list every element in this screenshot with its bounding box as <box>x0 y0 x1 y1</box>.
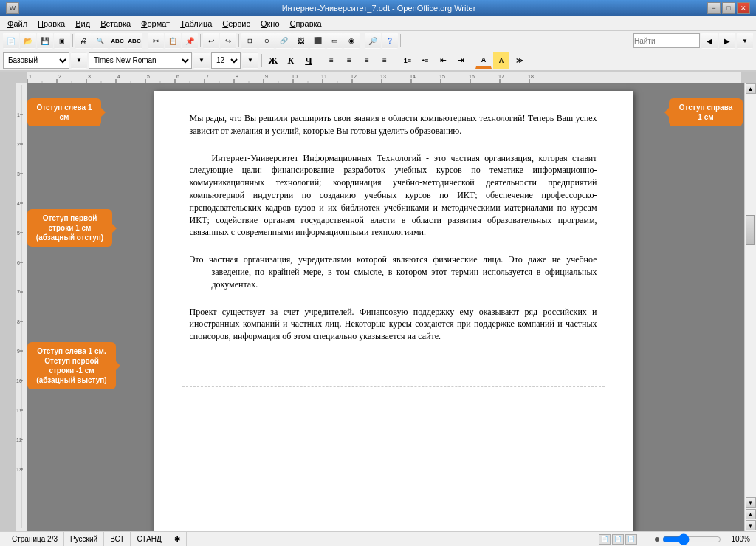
doc-btn2[interactable]: 📄 <box>612 534 624 545</box>
menu-service[interactable]: Сервис <box>218 18 255 29</box>
list-num-button[interactable]: 1≡ <box>399 52 416 69</box>
insert-button[interactable]: ⊕ <box>258 33 275 49</box>
scroll-up-button[interactable]: ▲ <box>746 83 756 94</box>
menu-table[interactable]: Таблица <box>176 18 216 29</box>
doc-buttons: 📄 📄 📄 <box>599 534 637 545</box>
preview-button[interactable]: 🔍 <box>92 33 109 49</box>
new-button[interactable]: 📄 <box>3 33 19 49</box>
cut-button[interactable]: ✂ <box>148 33 164 49</box>
style-dropdown-btn[interactable]: ▼ <box>71 52 87 69</box>
style-selector[interactable]: Базовый <box>3 52 69 69</box>
align-left-button[interactable]: ≡ <box>323 52 340 69</box>
save2-button[interactable]: ▣ <box>54 33 70 49</box>
font-selector[interactable]: Times New Roman <box>89 52 192 69</box>
bold-button[interactable]: Ж <box>265 52 281 69</box>
font-dropdown-btn[interactable]: ▼ <box>193 52 210 69</box>
menu-view[interactable]: Вид <box>71 18 94 29</box>
spell2-button[interactable]: ABC <box>126 33 142 49</box>
underline-button[interactable]: Ч <box>300 52 317 69</box>
indent-more-button[interactable]: ⇥ <box>453 52 469 69</box>
svg-text:10: 10 <box>292 74 298 79</box>
save-button[interactable]: 💾 <box>37 33 53 49</box>
redo-button[interactable]: ↪ <box>220 33 236 49</box>
align-justify-button[interactable]: ≡ <box>377 52 393 69</box>
print-button[interactable]: 🖨 <box>75 33 92 49</box>
minimize-button[interactable]: − <box>707 2 721 14</box>
menu-help[interactable]: Справка <box>286 18 326 29</box>
indent-less-button[interactable]: ⇤ <box>435 52 451 69</box>
draw-button[interactable]: ⬛ <box>309 33 326 49</box>
image-button[interactable]: 🖼 <box>292 33 309 49</box>
help-button[interactable]: ? <box>382 33 398 49</box>
find-button[interactable]: 🔎 <box>365 33 381 49</box>
svg-text:1: 1 <box>17 112 20 117</box>
list-bullet-button[interactable]: •≡ <box>417 52 433 69</box>
scroll-down-button[interactable]: ▼ <box>746 497 756 508</box>
undo-button[interactable]: ↩ <box>203 33 219 49</box>
search-input[interactable] <box>633 33 700 48</box>
align-right-button[interactable]: ≡ <box>359 52 375 69</box>
scroll-thumb[interactable] <box>746 215 755 245</box>
paste-button[interactable]: 📌 <box>182 33 198 49</box>
vertical-scrollbar[interactable]: ▲ ▼ ▲ ▼ <box>744 83 756 532</box>
svg-text:2: 2 <box>58 74 61 79</box>
svg-text:12: 12 <box>351 74 357 79</box>
svg-text:5: 5 <box>147 74 150 79</box>
copy-button[interactable]: 📋 <box>165 33 181 49</box>
svg-text:18: 18 <box>528 74 534 79</box>
status-bar: Страница 2/3 Русский ВСТ СТАНД ✱ 📄 📄 📄 −… <box>0 531 756 546</box>
status-lang: Русский <box>64 532 104 546</box>
zoom-in-button[interactable]: + <box>724 535 729 543</box>
more-button[interactable]: ≫ <box>511 52 527 69</box>
menu-edit[interactable]: Правка <box>33 18 69 29</box>
size-selector[interactable]: 12 <box>211 52 241 69</box>
table-button[interactable]: ⊞ <box>241 33 258 49</box>
spell-button[interactable]: ABC <box>109 33 126 49</box>
page-up-button[interactable]: ▲ <box>746 509 756 519</box>
zoom-indicator <box>655 537 659 542</box>
annotation-indent-left: Отступ слева 1 см <box>27 98 101 126</box>
doc-btn3[interactable]: 📄 <box>625 534 637 545</box>
frame-button[interactable]: ▭ <box>326 33 343 49</box>
align-center-button[interactable]: ≡ <box>341 52 357 69</box>
left-margin-area: 1 2 3 4 5 6 7 8 9 10 11 12 13 <box>0 83 27 532</box>
annotation-hanging: Отступ слева 1 см. Отступ первой строки … <box>27 342 116 389</box>
sep4 <box>238 34 239 47</box>
font-color-button[interactable]: A <box>475 52 492 69</box>
search-options-button[interactable]: ▼ <box>737 33 753 49</box>
paragraph-4: Проект существует за счет учредителей. Ф… <box>190 306 597 343</box>
page-inner: Мы рады, что Вы решили расширить свои зн… <box>176 106 611 532</box>
menu-insert[interactable]: Вставка <box>96 18 135 29</box>
svg-text:9: 9 <box>265 74 268 79</box>
search-prev-button[interactable]: ◀ <box>701 33 718 49</box>
nav-button[interactable]: ◉ <box>343 33 360 49</box>
highlight-button[interactable]: A <box>493 52 509 69</box>
link-button[interactable]: 🔗 <box>275 33 292 49</box>
scroll-track[interactable] <box>745 94 756 497</box>
window-title: Интернет-Университет_7.odt - OpenOffice.… <box>50 4 707 13</box>
menu-window[interactable]: Окно <box>256 18 284 29</box>
menu-file[interactable]: Файл <box>3 18 32 29</box>
size-dropdown-btn[interactable]: ▼ <box>242 52 258 69</box>
menu-format[interactable]: Формат <box>137 18 174 29</box>
page-down-button[interactable]: ▼ <box>746 520 756 530</box>
document-scroll-area[interactable]: Отступ слева 1 см Отступ справа 1 см Отс… <box>27 83 744 532</box>
zoom-slider[interactable] <box>662 533 721 545</box>
open-button[interactable]: 📂 <box>20 33 36 49</box>
close-button[interactable]: ✕ <box>737 2 750 14</box>
sep8 <box>320 54 320 67</box>
search-next-button[interactable]: ▶ <box>719 33 735 49</box>
title-bar: W Интернет-Университет_7.odt - OpenOffic… <box>0 0 756 16</box>
maximize-button[interactable]: □ <box>722 2 735 14</box>
paragraph-1: Мы рады, что Вы решили расширить свои зн… <box>190 112 597 137</box>
italic-button[interactable]: К <box>283 52 299 69</box>
svg-text:13: 13 <box>16 467 22 472</box>
document-container: Отступ слева 1 см Отступ справа 1 см Отс… <box>27 83 744 532</box>
svg-text:10: 10 <box>16 378 22 383</box>
sep9 <box>396 54 396 67</box>
annotation-indent-right: Отступ справа 1 см <box>669 98 743 126</box>
zoom-out-button[interactable]: − <box>647 535 652 543</box>
vertical-ruler: 1 2 3 4 5 6 7 8 9 10 11 12 13 <box>16 83 27 532</box>
svg-text:8: 8 <box>17 319 20 324</box>
doc-btn1[interactable]: 📄 <box>599 534 611 545</box>
